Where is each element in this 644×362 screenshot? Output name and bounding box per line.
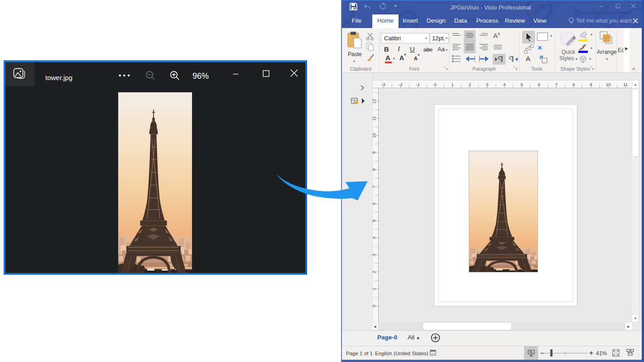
svg-text:10: 10 <box>606 82 611 87</box>
svg-text:7: 7 <box>555 82 557 87</box>
svg-text:0: 0 <box>434 82 436 87</box>
svg-text:12: 12 <box>371 99 376 104</box>
svg-text:1: 1 <box>371 288 376 290</box>
svg-text:6: 6 <box>538 82 540 87</box>
svg-text:-1: -1 <box>416 82 420 87</box>
svg-text:0: 0 <box>371 305 376 307</box>
svg-text:10: 10 <box>371 133 376 138</box>
svg-text:4: 4 <box>503 82 505 87</box>
svg-text:-3: -3 <box>381 82 385 87</box>
svg-text:3: 3 <box>486 82 488 87</box>
svg-text:9: 9 <box>371 151 376 153</box>
svg-text:5: 5 <box>371 219 376 222</box>
svg-text:-2: -2 <box>399 82 402 87</box>
svg-text:9: 9 <box>590 82 592 87</box>
svg-text:8: 8 <box>371 168 376 171</box>
svg-text:5: 5 <box>520 82 523 87</box>
svg-text:2: 2 <box>469 82 471 87</box>
svg-text:3: 3 <box>371 254 376 256</box>
svg-text:1: 1 <box>452 82 454 87</box>
svg-text:11: 11 <box>371 116 376 121</box>
svg-text:4: 4 <box>371 237 376 239</box>
svg-text:2: 2 <box>371 271 376 273</box>
svg-text:11: 11 <box>623 82 628 87</box>
svg-text:8: 8 <box>572 82 575 87</box>
